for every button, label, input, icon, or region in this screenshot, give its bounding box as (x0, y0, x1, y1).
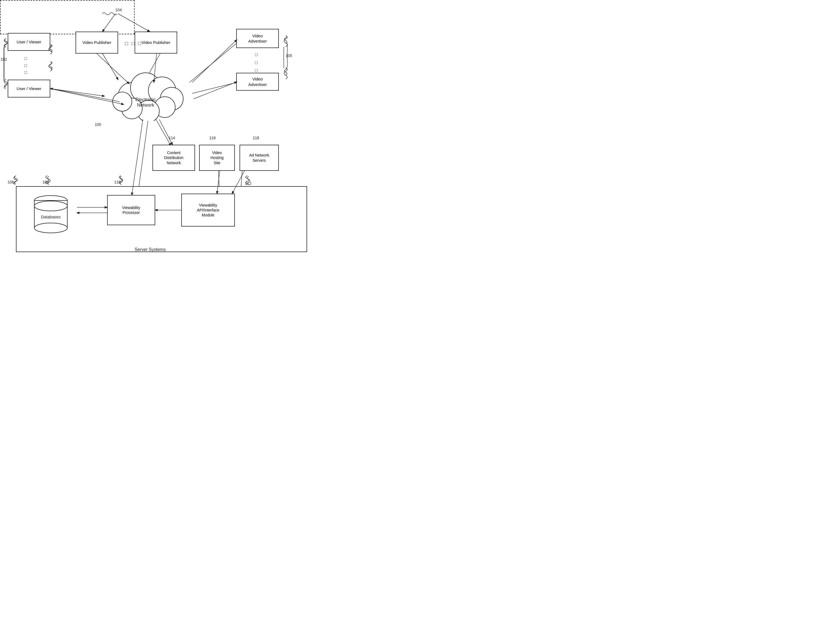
ref-118: 118 (253, 136, 259, 140)
ref-105: 105 (286, 54, 292, 58)
svg-line-44 (192, 40, 237, 82)
viewability-processor: ViewabilityProcessor (107, 195, 155, 225)
ref-100: 100 (95, 122, 101, 127)
video-publisher-1: Video Publisher (76, 32, 118, 54)
databases-shape: Databases (29, 192, 73, 236)
ref-102: 102 (0, 57, 7, 62)
svg-text:Electronic: Electronic (135, 97, 156, 102)
electronic-network-cloud: Electronic Network (104, 61, 187, 121)
user-viewer-2: User / Viewer (8, 80, 50, 98)
svg-point-27 (34, 201, 67, 211)
svg-text:Databases: Databases (41, 214, 61, 219)
ref-108: 108 (43, 180, 49, 184)
svg-line-7 (155, 118, 171, 146)
video-advertiser-1: VideoAdvertiser (236, 29, 279, 48)
advertiser-dots: □□□ (255, 51, 258, 74)
svg-line-35 (159, 119, 172, 145)
svg-text:Network: Network (137, 102, 154, 108)
ad-network-servers: Ad NetworkServers (239, 145, 279, 171)
video-hosting-site: VideoHostingSite (199, 145, 235, 171)
svg-line-5 (189, 41, 239, 82)
ref-110: 110 (114, 180, 121, 184)
user-viewer-dots: □□□ (24, 55, 27, 76)
video-advertiser-2: VideoAdvertiser (236, 73, 279, 91)
ref-114: 114 (169, 136, 175, 140)
dashed-group (0, 0, 135, 34)
user-viewer-1: User / Viewer (8, 33, 50, 51)
viewability-api-module: ViewabilityAPI/InterfaceModule (181, 194, 235, 227)
content-distribution-network: ContentDistributionNetwork (152, 145, 195, 171)
svg-line-8 (137, 118, 148, 198)
server-systems-label: Server Systems (135, 247, 166, 252)
svg-line-2 (51, 89, 104, 96)
svg-point-26 (34, 223, 67, 233)
svg-line-36 (132, 119, 143, 195)
publisher-dots: □ □ □ (125, 40, 142, 47)
ref-104: 104 (115, 8, 122, 12)
ref-112: 112 (245, 181, 252, 186)
svg-line-45 (194, 82, 237, 99)
svg-point-21 (113, 92, 132, 111)
ref-116: 116 (209, 136, 216, 140)
ref-106: 106 (8, 180, 14, 184)
diagram: Electronic Network 100 104 Video Publish… (0, 0, 330, 258)
svg-line-6 (192, 82, 239, 93)
